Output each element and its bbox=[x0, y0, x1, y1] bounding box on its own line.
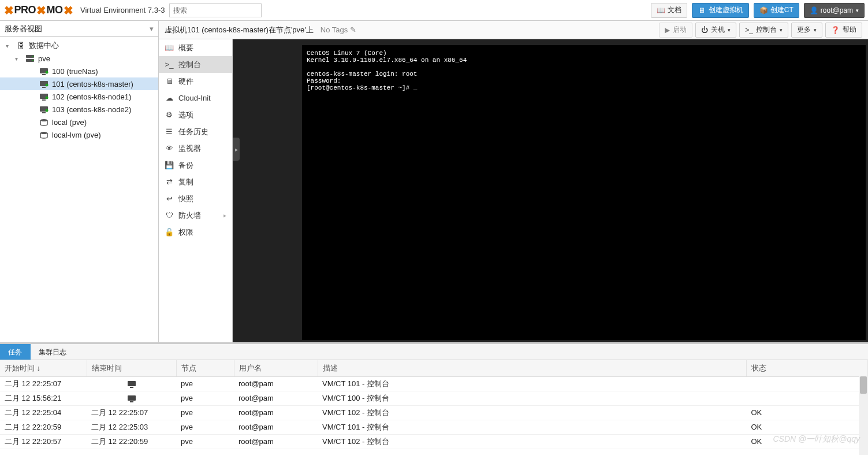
user-icon: 👤 bbox=[810, 6, 818, 14]
svg-point-9 bbox=[46, 83, 49, 86]
table-row[interactable]: 二月 12 15:56:21pveroot@pamVM/CT 100 - 控制台 bbox=[0, 391, 868, 405]
tree-storage-local-lvm[interactable]: local-lvm (pve) bbox=[0, 128, 158, 141]
table-row[interactable]: 二月 12 22:20:57二月 12 22:20:59pveroot@pamV… bbox=[0, 434, 868, 449]
storage-icon bbox=[39, 119, 49, 126]
logo-x-icon: ✖ bbox=[4, 3, 14, 17]
cell-desc: VM/CT 100 - 控制台 bbox=[318, 391, 747, 405]
cell-status: OK bbox=[747, 434, 868, 449]
submenu-sync[interactable]: ⇄复制 bbox=[159, 173, 232, 190]
submenu-label: 概要 bbox=[178, 43, 193, 53]
more-button[interactable]: 更多 ▾ bbox=[791, 23, 822, 38]
chevron-down-icon: ▾ bbox=[856, 8, 859, 13]
console-area: ▸ CentOS Linux 7 (Core) Kernel 3.10.0-11… bbox=[233, 39, 868, 342]
tree-datacenter[interactable]: ▾ 🗄 数据中心 bbox=[0, 39, 158, 52]
col-node[interactable]: 节点 bbox=[176, 360, 234, 376]
book-icon: 📖 bbox=[165, 43, 174, 52]
submenu-label: 权限 bbox=[178, 227, 193, 238]
table-row[interactable]: 二月 12 22:25:07pveroot@pamVM/CT 101 - 控制台 bbox=[0, 376, 868, 391]
create-ct-label: 创建CT bbox=[770, 5, 794, 15]
create-ct-button[interactable]: 📦 创建CT bbox=[754, 3, 799, 18]
tree-vm-101[interactable]: 101 (centos-k8s-master) bbox=[0, 77, 158, 90]
desktop-icon: 🖥 bbox=[698, 6, 706, 14]
submenu-label: 监视器 bbox=[178, 143, 201, 154]
play-icon: ▶ bbox=[665, 26, 670, 34]
col-desc[interactable]: 描述 bbox=[318, 360, 747, 376]
col-status[interactable]: 状态 bbox=[747, 360, 868, 376]
view-label: 服务器视图 bbox=[5, 24, 42, 34]
tree-label: 103 (centos-k8s-node2) bbox=[52, 105, 131, 114]
cell-end: 二月 12 22:25:07 bbox=[87, 405, 176, 420]
table-row[interactable]: 二月 12 22:20:59二月 12 22:25:03pveroot@pamV… bbox=[0, 420, 868, 434]
submenu-cloud[interactable]: ☁Cloud-Init bbox=[159, 90, 232, 106]
cell-start: 二月 12 15:56:21 bbox=[0, 391, 87, 405]
user-menu-button[interactable]: 👤 root@pam ▾ bbox=[804, 3, 865, 18]
content: 📖概要>_控制台🖥硬件☁Cloud-Init⚙选项☰任务历史👁监视器💾备份⇄复制… bbox=[159, 39, 868, 342]
collapse-icon[interactable]: ▾ bbox=[6, 43, 13, 49]
tags[interactable]: No Tags ✎ bbox=[321, 25, 356, 34]
vm-icon bbox=[39, 80, 49, 88]
scrollbar[interactable] bbox=[859, 376, 868, 455]
submenu-unlock[interactable]: 🔓权限 bbox=[159, 224, 232, 241]
help-button[interactable]: ❓ 帮助 bbox=[825, 23, 862, 38]
tree-storage-local[interactable]: local (pve) bbox=[0, 116, 158, 128]
tab-cluster-log[interactable]: 集群日志 bbox=[31, 344, 75, 360]
submenu-gear[interactable]: ⚙选项 bbox=[159, 106, 232, 123]
tree-vm-103[interactable]: 103 (centos-k8s-node2) bbox=[0, 103, 158, 116]
terminal[interactable]: CentOS Linux 7 (Core) Kernel 3.10.0-1160… bbox=[302, 45, 866, 340]
submenu-label: 控制台 bbox=[178, 60, 201, 70]
terminal-icon: >_ bbox=[745, 26, 753, 34]
hw-icon: 🖥 bbox=[165, 77, 174, 86]
table-row[interactable]: 二月 12 22:25:04二月 12 22:25:07pveroot@pamV… bbox=[0, 405, 868, 420]
tree-vm-100[interactable]: 100 (trueNas) bbox=[0, 65, 158, 77]
chevron-down-icon: ▾ bbox=[814, 27, 817, 33]
submenu-hw[interactable]: 🖥硬件 bbox=[159, 73, 232, 90]
cell-desc: VM/CT 102 - 控制台 bbox=[318, 434, 747, 449]
tree-vm-102[interactable]: 102 (centos-k8s-node1) bbox=[0, 90, 158, 103]
view-selector[interactable]: 服务器视图 ▾ bbox=[0, 21, 158, 37]
col-user[interactable]: 用户名 bbox=[234, 360, 318, 376]
tree-node-pve[interactable]: ▾ pve bbox=[0, 52, 158, 65]
submenu-label: 备份 bbox=[178, 160, 193, 171]
svg-rect-19 bbox=[130, 387, 133, 388]
more-label: 更多 bbox=[797, 25, 811, 35]
svg-rect-8 bbox=[42, 87, 46, 88]
cell-node: pve bbox=[176, 405, 234, 420]
submenu-term[interactable]: >_控制台 bbox=[159, 56, 232, 73]
collapse-icon[interactable]: ▾ bbox=[15, 56, 22, 62]
cell-user: root@pam bbox=[234, 434, 318, 449]
start-button[interactable]: ▶ 启动 bbox=[659, 23, 692, 38]
cloud-icon: ☁ bbox=[165, 94, 174, 102]
power-icon: ⏻ bbox=[701, 26, 708, 34]
search-input[interactable] bbox=[169, 3, 262, 17]
save-icon: 💾 bbox=[165, 161, 174, 169]
env-version: Virtual Environment 7.3-3 bbox=[80, 6, 165, 14]
create-vm-button[interactable]: 🖥 创建虚拟机 bbox=[692, 3, 749, 18]
docs-label: 文档 bbox=[668, 5, 681, 15]
docs-button[interactable]: 📖 文档 bbox=[651, 3, 687, 18]
submenu-book[interactable]: 📖概要 bbox=[159, 39, 232, 56]
cell-node: pve bbox=[176, 434, 234, 449]
cell-start: 二月 12 22:20:57 bbox=[0, 434, 87, 449]
task-table: 开始时间 ↓ 结束时间 节点 用户名 描述 状态 二月 12 22:25:07p… bbox=[0, 360, 868, 449]
col-start[interactable]: 开始时间 ↓ bbox=[0, 360, 87, 376]
panel-toggle[interactable]: ▸ bbox=[233, 138, 240, 161]
tab-tasks[interactable]: 任务 bbox=[0, 344, 31, 360]
svg-point-12 bbox=[46, 96, 49, 99]
submenu-undo[interactable]: ↩快照 bbox=[159, 190, 232, 207]
submenu-shield[interactable]: 🛡防火墙▸ bbox=[159, 207, 232, 224]
shutdown-button[interactable]: ⏻ 关机 ▾ bbox=[695, 23, 736, 38]
submenu-list[interactable]: ☰任务历史 bbox=[159, 123, 232, 140]
console-button[interactable]: >_ 控制台 ▾ bbox=[739, 23, 788, 38]
logo-x-icon: ✖ bbox=[64, 3, 73, 17]
pencil-icon[interactable]: ✎ bbox=[350, 25, 356, 34]
submenu-eye[interactable]: 👁监视器 bbox=[159, 140, 232, 157]
cell-end bbox=[87, 391, 176, 405]
col-end[interactable]: 结束时间 bbox=[87, 360, 176, 376]
submenu-label: Cloud-Init bbox=[178, 94, 211, 102]
chevron-right-icon: ▸ bbox=[235, 146, 238, 153]
cell-desc: VM/CT 101 - 控制台 bbox=[318, 420, 747, 434]
scrollbar-thumb[interactable] bbox=[860, 376, 867, 394]
submenu-label: 任务历史 bbox=[178, 127, 208, 137]
submenu-save[interactable]: 💾备份 bbox=[159, 157, 232, 173]
tree-label: local (pve) bbox=[52, 118, 87, 127]
